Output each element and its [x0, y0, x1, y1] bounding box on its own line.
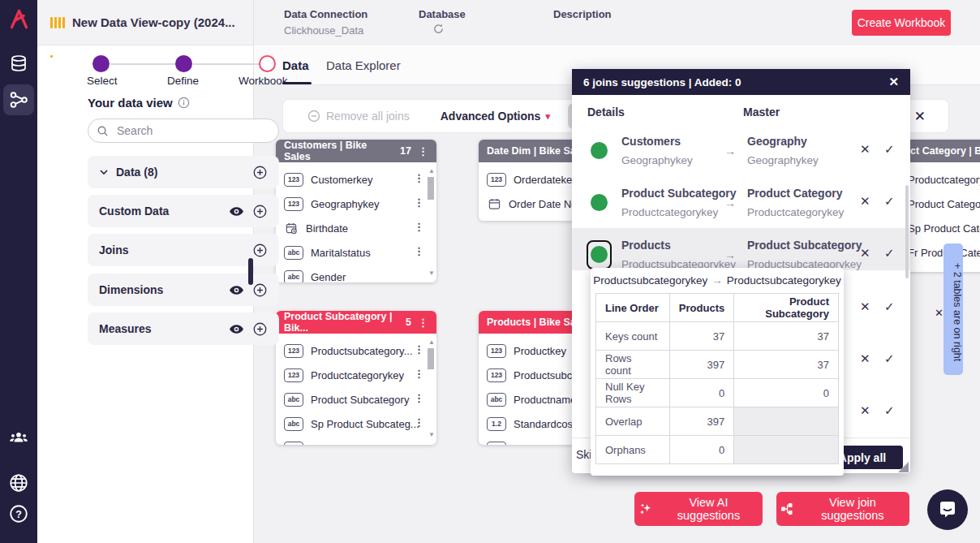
- tab-data[interactable]: Data: [282, 58, 309, 72]
- app-logo-icon[interactable]: [0, 8, 37, 30]
- sidebar-item-data[interactable]: Data (8): [88, 156, 279, 188]
- reject-join-icon[interactable]: ✕: [860, 246, 870, 261]
- refresh-icon[interactable]: [432, 23, 445, 35]
- eye-icon[interactable]: [229, 285, 244, 295]
- reject-join-icon[interactable]: ✕: [860, 403, 870, 418]
- field-row[interactable]: 123 Productcategorykey: [284, 363, 404, 387]
- accept-join-icon[interactable]: ✓: [884, 194, 895, 209]
- field-row[interactable]: abc Productname: [487, 387, 576, 412]
- field-row[interactable]: abc Sp Product Subcateg...: [284, 412, 419, 436]
- create-workbook-button[interactable]: Create Workbook: [852, 10, 951, 36]
- chevron-down-icon[interactable]: [99, 167, 109, 177]
- search-box[interactable]: [88, 119, 279, 143]
- accept-join-icon[interactable]: ✓: [884, 142, 895, 157]
- field-kebab-icon[interactable]: ⋮: [414, 343, 424, 356]
- add-icon[interactable]: [252, 165, 268, 180]
- accept-join-icon[interactable]: ✓: [884, 403, 895, 418]
- field-row[interactable]: Order Date New: [487, 192, 585, 216]
- field-row[interactable]: abc Fr Product Subcateg...: [284, 436, 416, 445]
- eye-icon[interactable]: [229, 324, 244, 334]
- step-define-dot[interactable]: [175, 55, 192, 72]
- info-icon[interactable]: [178, 97, 190, 109]
- scroll-up-icon[interactable]: ▲: [428, 338, 435, 346]
- data-model-nav-active[interactable]: [3, 84, 34, 115]
- database-icon[interactable]: [0, 54, 37, 73]
- card-header[interactable]: Product Subcategory | Bik... 5 ⋮: [276, 311, 436, 334]
- field-row[interactable]: 123 Productsubcategory...: [284, 338, 413, 363]
- field-row[interactable]: 123 Geographykey: [284, 192, 380, 216]
- card-scrollbar[interactable]: [428, 348, 434, 369]
- search-icon: [97, 125, 109, 137]
- stats-col-header: Product Subcategory: [734, 294, 839, 322]
- search-input[interactable]: [115, 123, 270, 138]
- stats-col-header: Line Order: [596, 294, 670, 322]
- badge-close-icon[interactable]: ✕: [933, 307, 945, 319]
- view-ai-suggestions-button[interactable]: View AI suggestions: [634, 492, 763, 526]
- field-label: Color: [514, 442, 539, 446]
- add-icon[interactable]: [252, 243, 268, 258]
- accept-join-icon[interactable]: ✓: [884, 351, 895, 366]
- eye-icon[interactable]: [229, 206, 244, 217]
- resize-handle[interactable]: [898, 462, 909, 472]
- sidebar-item-measures[interactable]: Measures: [88, 312, 279, 345]
- tables-on-right-badge[interactable]: + 2 tables are on right ✕: [943, 243, 963, 375]
- reject-join-icon[interactable]: ✕: [860, 194, 870, 209]
- accept-join-icon[interactable]: ✓: [884, 300, 895, 314]
- table-card-customers[interactable]: Customers | Bike Sales 17 ⋮ 123 Customer…: [276, 140, 436, 282]
- data-view-header[interactable]: New Data View-copy (2024...: [37, 0, 253, 45]
- field-row[interactable]: abc Product Subcategory: [284, 387, 409, 412]
- detail-table: Product Subcategory: [621, 187, 737, 200]
- modal-scrollbar[interactable]: [905, 185, 909, 278]
- field-row[interactable]: abc Color: [487, 436, 539, 445]
- field-kebab-icon[interactable]: ⋮: [414, 368, 424, 380]
- field-label: Fr Product Subcateg...: [311, 442, 416, 446]
- field-label: Birthdate: [306, 222, 348, 235]
- remove-all-joins-button[interactable]: Remove all joins: [307, 110, 410, 123]
- data-view-title: New Data View-copy (2024...: [72, 15, 235, 29]
- field-row[interactable]: abc Gender: [284, 265, 346, 282]
- step-workbook-dot[interactable]: [259, 55, 276, 72]
- scroll-up-icon[interactable]: ▲: [428, 167, 435, 175]
- chat-launcher[interactable]: [927, 489, 968, 530]
- kebab-menu-icon[interactable]: ⋮: [418, 317, 428, 329]
- reject-join-icon[interactable]: ✕: [860, 142, 870, 157]
- master-column-label: Master: [743, 106, 780, 119]
- globe-icon[interactable]: [0, 472, 37, 493]
- card-header[interactable]: Customers | Bike Sales 17 ⋮: [276, 140, 436, 162]
- kebab-menu-icon[interactable]: ⋮: [418, 145, 428, 157]
- field-kebab-icon[interactable]: ⋮: [414, 221, 424, 233]
- scroll-down-icon[interactable]: ▼: [428, 269, 435, 277]
- field-kebab-icon[interactable]: ⋮: [414, 172, 424, 184]
- advanced-options-dropdown[interactable]: Advanced Options ▾: [441, 110, 550, 123]
- step-select-dot[interactable]: [92, 55, 110, 72]
- close-join-view-icon[interactable]: ✕: [914, 108, 926, 125]
- add-icon[interactable]: [252, 321, 268, 337]
- panel-scrollbar[interactable]: [248, 258, 253, 285]
- reject-join-icon[interactable]: ✕: [860, 351, 870, 366]
- community-icon[interactable]: [0, 427, 37, 448]
- join-icon: [781, 502, 793, 515]
- help-icon[interactable]: ?: [0, 503, 37, 524]
- accept-join-icon[interactable]: ✓: [884, 246, 895, 261]
- field-kebab-icon[interactable]: ⋮: [414, 416, 424, 429]
- tab-data-explorer[interactable]: Data Explorer: [326, 58, 401, 72]
- card-scrollbar[interactable]: [428, 177, 434, 200]
- modal-header[interactable]: 6 joins suggestions | Added: 0 ✕: [572, 69, 910, 95]
- field-row[interactable]: 123 Productkey: [487, 338, 566, 363]
- table-card-product-subcategory[interactable]: Product Subcategory | Bik... 5 ⋮ 123 Pro…: [276, 311, 436, 445]
- sidebar-item-custom-data[interactable]: Custom Data: [88, 195, 279, 227]
- add-icon[interactable]: [252, 282, 268, 298]
- view-join-suggestions-button[interactable]: View join suggestions: [776, 492, 909, 526]
- field-kebab-icon[interactable]: ⋮: [414, 196, 424, 209]
- modal-close-icon[interactable]: ✕: [888, 75, 899, 89]
- field-row[interactable]: 123 Customerkey: [284, 167, 373, 192]
- field-row[interactable]: 123 Orderdatekey: [487, 167, 578, 192]
- field-row[interactable]: abc Maritalstatus: [284, 240, 371, 265]
- scroll-down-icon[interactable]: ▼: [428, 431, 435, 438]
- field-kebab-icon[interactable]: ⋮: [414, 245, 424, 257]
- field-kebab-icon[interactable]: ⋮: [414, 392, 424, 404]
- field-row[interactable]: 1.2 Standardcost: [487, 412, 576, 436]
- field-row[interactable]: Birthdate: [284, 216, 348, 240]
- add-icon[interactable]: [252, 204, 268, 219]
- reject-join-icon[interactable]: ✕: [860, 300, 870, 314]
